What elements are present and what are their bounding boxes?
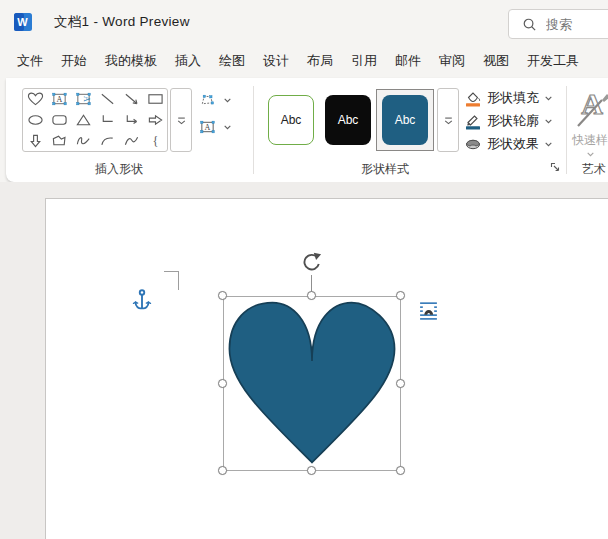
- shape-fill-button[interactable]: 形状填充: [464, 88, 553, 108]
- shape-effects-button[interactable]: 形状效果: [464, 134, 553, 154]
- gallery-more-icon: [443, 115, 454, 126]
- search-box[interactable]: [508, 9, 608, 39]
- ribbon-panel: A A: [6, 78, 608, 182]
- gallery-more-icon: [176, 115, 187, 126]
- quick-styles-label: 快速样: [572, 132, 608, 149]
- tab-design[interactable]: 设计: [254, 44, 298, 78]
- shape-heart-button[interactable]: [23, 89, 47, 110]
- svg-text:{: {: [152, 134, 158, 148]
- tab-references[interactable]: 引用: [342, 44, 386, 78]
- handle-bottom-left[interactable]: [218, 466, 227, 475]
- group-label-wordart: 艺术: [582, 161, 608, 178]
- chevron-down-icon: [544, 94, 553, 103]
- wordart-a-icon: A: [574, 84, 608, 130]
- tab-home[interactable]: 开始: [52, 44, 96, 78]
- elbow-connector-icon: [98, 112, 117, 128]
- left-brace-icon: {: [146, 133, 165, 149]
- handle-middle-right[interactable]: [396, 379, 405, 388]
- right-arrow-icon: [146, 112, 165, 128]
- draw-text-box-button[interactable]: A: [198, 116, 250, 138]
- ribbon-tabs: 文件 开始 我的模板 插入 绘图 设计 布局 引用 邮件 审阅 视图 开发工具: [8, 44, 588, 78]
- shape-scribble-button[interactable]: [71, 130, 95, 151]
- text-box-icon: A: [50, 91, 69, 107]
- layout-options-button[interactable]: [414, 296, 442, 324]
- tab-file[interactable]: 文件: [8, 44, 52, 78]
- shape-curve-button[interactable]: [119, 130, 143, 151]
- shape-style-swatch-blue-selected[interactable]: Abc: [382, 95, 428, 145]
- group-label-shape-styles: 形状样式: [335, 161, 435, 178]
- tab-review[interactable]: 审阅: [430, 44, 474, 78]
- heart-shape[interactable]: [226, 299, 398, 466]
- shape-text-box-button[interactable]: A: [47, 89, 71, 110]
- tab-mailings[interactable]: 邮件: [386, 44, 430, 78]
- shape-oval-button[interactable]: [23, 110, 47, 131]
- svg-text:A: A: [81, 96, 90, 102]
- tab-view[interactable]: 视图: [474, 44, 518, 78]
- tab-my-templates[interactable]: 我的模板: [96, 44, 166, 78]
- triangle-icon: [74, 112, 93, 128]
- draw-text-box-icon: A: [198, 119, 217, 135]
- group-separator: [566, 86, 567, 174]
- tab-insert[interactable]: 插入: [166, 44, 210, 78]
- edit-shape-button[interactable]: [198, 89, 250, 111]
- search-input[interactable]: [546, 17, 606, 32]
- freeform-icon: [50, 133, 69, 149]
- shape-styles-dialog-launcher[interactable]: [548, 160, 562, 174]
- shape-vertical-text-box-button[interactable]: A: [71, 89, 95, 110]
- anchor-icon[interactable]: [132, 287, 152, 313]
- handle-top-left[interactable]: [218, 291, 227, 300]
- insert-shapes-more-button[interactable]: [170, 88, 192, 152]
- chevron-down-icon: [223, 123, 232, 132]
- arrow-icon: [122, 91, 141, 107]
- shape-rounded-rectangle-button[interactable]: [47, 110, 71, 131]
- shape-effects-icon: [464, 135, 482, 153]
- rotate-handle-icon[interactable]: [299, 251, 324, 276]
- layout-options-icon: [418, 300, 439, 321]
- shape-style-swatch-black[interactable]: Abc: [325, 95, 371, 145]
- chevron-down-icon: [223, 96, 232, 105]
- vertical-text-box-icon: A: [74, 91, 93, 107]
- handle-top-middle[interactable]: [307, 291, 316, 300]
- group-label-insert-shapes: 插入形状: [63, 161, 175, 178]
- shape-triangle-button[interactable]: [71, 110, 95, 131]
- shape-right-arrow-button[interactable]: [143, 110, 167, 131]
- shape-line-button[interactable]: [95, 89, 119, 110]
- tab-draw[interactable]: 绘图: [210, 44, 254, 78]
- title-bar: W 文档1 - Word Preview: [0, 0, 608, 44]
- shape-outline-button[interactable]: 形状轮廓: [464, 111, 553, 131]
- shape-left-brace-button[interactable]: {: [143, 130, 167, 151]
- handle-top-right[interactable]: [396, 291, 405, 300]
- svg-text:A: A: [56, 95, 62, 104]
- oval-icon: [26, 112, 45, 128]
- chevron-down-icon: [544, 117, 553, 126]
- word-logo-icon: W: [14, 13, 32, 31]
- heart-icon: [26, 91, 45, 107]
- handle-bottom-middle[interactable]: [307, 466, 316, 475]
- shape-rectangle-button[interactable]: [143, 89, 167, 110]
- edit-shape-icon: [198, 92, 217, 108]
- shape-elbow-connector-button[interactable]: [95, 110, 119, 131]
- arc-icon: [98, 133, 117, 149]
- shape-style-swatch-green-outline[interactable]: Abc: [268, 95, 314, 145]
- shape-styles-more-button[interactable]: [437, 88, 459, 152]
- shape-fill-icon: [464, 89, 482, 107]
- shape-arrow-button[interactable]: [119, 89, 143, 110]
- word-window: W 文档1 - Word Preview 文件 开始 我的模板 插入 绘图 设计…: [0, 0, 608, 539]
- shape-arc-button[interactable]: [95, 130, 119, 151]
- shape-freeform-button[interactable]: [47, 130, 71, 151]
- shape-down-arrow-button[interactable]: [23, 130, 47, 151]
- handle-bottom-right[interactable]: [396, 466, 405, 475]
- document-page[interactable]: [45, 198, 608, 539]
- search-icon: [522, 17, 537, 32]
- shape-outline-icon: [464, 112, 482, 130]
- tab-developer[interactable]: 开发工具: [518, 44, 588, 78]
- chevron-down-icon: [544, 140, 553, 149]
- line-icon: [98, 91, 117, 107]
- handle-middle-left[interactable]: [218, 379, 227, 388]
- chevron-down-icon: [586, 150, 595, 159]
- insert-shapes-gallery: A A: [22, 88, 168, 152]
- shape-fill-label: 形状填充: [487, 89, 539, 107]
- rectangle-icon: [146, 91, 165, 107]
- shape-elbow-arrow-connector-button[interactable]: [119, 110, 143, 131]
- tab-layout[interactable]: 布局: [298, 44, 342, 78]
